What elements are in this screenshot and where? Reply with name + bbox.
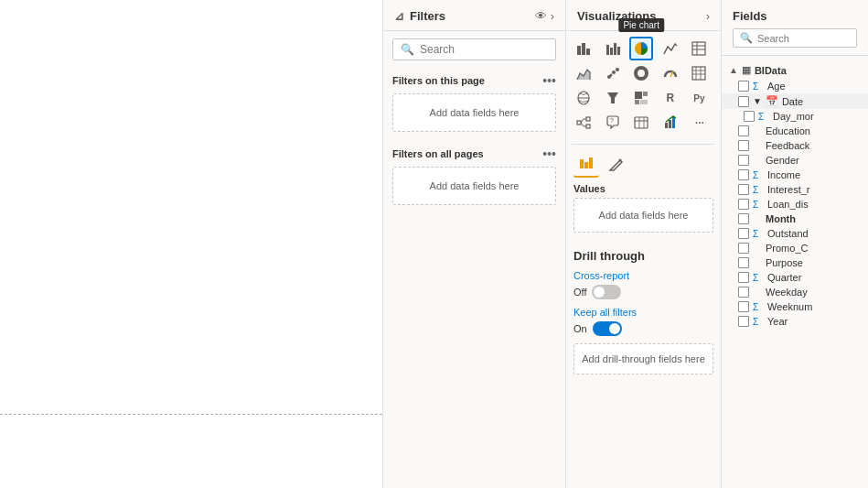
- filters-all-pages-drop[interactable]: Add data fields here: [392, 167, 556, 205]
- cross-report-label: Cross-report: [573, 270, 629, 281]
- drill-through-title: Drill through: [573, 249, 713, 263]
- viz-qa-btn[interactable]: ?: [601, 111, 625, 135]
- viz-gauge-btn[interactable]: [659, 61, 682, 85]
- viz-matrix-btn[interactable]: [687, 61, 711, 85]
- viz-clustered-bar-btn[interactable]: [601, 37, 625, 60]
- viz-donut-btn[interactable]: [629, 61, 653, 85]
- filters-search-input[interactable]: [420, 43, 548, 56]
- interest-checkbox[interactable]: [738, 184, 749, 195]
- drill-through-section: Drill through Cross-report Off Keep all …: [566, 242, 721, 378]
- list-item[interactable]: Σ Year: [722, 314, 868, 329]
- year-checkbox[interactable]: [738, 316, 749, 327]
- viz-pie-chart-btn[interactable]: Pie chart: [629, 37, 653, 60]
- viz-format-tab[interactable]: [603, 152, 628, 178]
- svg-rect-27: [643, 92, 648, 96]
- list-item[interactable]: Feedback: [722, 138, 868, 153]
- viz-map-btn[interactable]: [572, 86, 595, 110]
- date-label: Date: [782, 96, 803, 107]
- viz-treemap-btn[interactable]: [629, 86, 653, 110]
- viz-funnel-btn[interactable]: [601, 86, 625, 110]
- fields-collapse-icon: ▲: [729, 65, 738, 75]
- svg-rect-45: [580, 159, 584, 168]
- viz-py-btn[interactable]: Py: [687, 86, 711, 110]
- canvas-divider: [0, 414, 382, 415]
- list-item[interactable]: Σ Day_mor: [722, 109, 868, 124]
- fields-panel: Fields 🔍 ▲ ▦ BIData Σ Age: [722, 0, 868, 488]
- filters-header: ⊿ Filters 👁 ›: [383, 0, 565, 31]
- viz-area-chart-btn[interactable]: [572, 61, 595, 85]
- svg-point-15: [609, 74, 612, 77]
- svg-text:?: ?: [610, 117, 614, 124]
- svg-rect-38: [635, 117, 648, 128]
- loan-label: Loan_dis: [767, 199, 809, 210]
- list-item[interactable]: Σ Age: [722, 79, 868, 93]
- promo-checkbox[interactable]: [738, 243, 749, 254]
- cross-report-toggle[interactable]: [592, 285, 621, 299]
- filters-title: Filters: [410, 9, 445, 23]
- filter-funnel-icon: ⊿: [394, 9, 404, 23]
- viz-r-btn[interactable]: R: [659, 86, 682, 110]
- outstand-checkbox[interactable]: [738, 228, 749, 239]
- viz-table2-btn[interactable]: [629, 111, 653, 135]
- weekday-checkbox[interactable]: [738, 287, 749, 298]
- viz-build-section: Values Add data fields here: [566, 148, 721, 242]
- viz-more-btn[interactable]: ···: [687, 111, 711, 135]
- viz-table-btn[interactable]: [687, 37, 711, 60]
- list-item[interactable]: Σ Weeknum: [722, 299, 868, 314]
- list-item[interactable]: Education: [722, 124, 868, 138]
- date-checkbox[interactable]: [738, 96, 749, 107]
- svg-rect-43: [669, 120, 671, 128]
- drill-drop-zone[interactable]: Add drill-through fields here: [573, 343, 713, 374]
- education-checkbox[interactable]: [738, 125, 749, 136]
- svg-rect-29: [640, 100, 648, 104]
- list-item[interactable]: Σ Interest_r: [722, 182, 868, 197]
- year-label: Year: [767, 316, 788, 327]
- fields-table-header[interactable]: ▲ ▦ BIData: [722, 61, 868, 79]
- purpose-label: Purpose: [753, 257, 803, 268]
- purpose-checkbox[interactable]: [738, 257, 749, 268]
- feedback-checkbox[interactable]: [738, 140, 749, 151]
- forward-icon[interactable]: ›: [551, 9, 554, 23]
- list-item[interactable]: Σ Outstand: [722, 226, 868, 241]
- gender-checkbox[interactable]: [738, 155, 749, 166]
- list-item[interactable]: Σ Income: [722, 168, 868, 182]
- viz-kpi-btn[interactable]: [659, 111, 682, 135]
- values-drop-zone[interactable]: Add data fields here: [573, 198, 713, 233]
- loan-checkbox[interactable]: [738, 199, 749, 210]
- list-item[interactable]: Promo_C: [722, 241, 868, 255]
- filters-panel: ⊿ Filters 👁 › 🔍 Filters on this page •••…: [383, 0, 566, 488]
- weeknum-sigma-icon: Σ: [753, 302, 764, 312]
- income-checkbox[interactable]: [738, 169, 749, 180]
- eye-icon[interactable]: 👁: [535, 9, 547, 23]
- svg-rect-46: [584, 162, 588, 168]
- daymor-checkbox[interactable]: [744, 111, 755, 122]
- fields-search-box[interactable]: 🔍: [733, 28, 857, 48]
- list-item[interactable]: Σ Loan_dis: [722, 197, 868, 211]
- list-item[interactable]: Σ Quarter: [722, 270, 868, 285]
- quarter-checkbox[interactable]: [738, 272, 749, 283]
- list-item[interactable]: Month: [722, 211, 868, 226]
- month-checkbox[interactable]: [738, 213, 749, 224]
- age-label: Age: [767, 81, 786, 92]
- viz-expand-icon[interactable]: ›: [706, 9, 710, 23]
- age-checkbox[interactable]: [738, 81, 749, 92]
- filters-all-pages-menu[interactable]: •••: [542, 146, 556, 161]
- list-item[interactable]: ▼ 📅 Date: [722, 93, 868, 109]
- list-item[interactable]: Gender: [722, 153, 868, 168]
- filters-search-box[interactable]: 🔍: [392, 38, 556, 60]
- filters-this-page-header: Filters on this page •••: [392, 73, 556, 88]
- viz-scatter-btn[interactable]: [601, 61, 625, 85]
- list-item[interactable]: Weekday: [722, 285, 868, 299]
- daymor-label: Day_mor: [773, 111, 814, 122]
- viz-line-chart-btn[interactable]: [659, 37, 682, 60]
- list-item[interactable]: Purpose: [722, 255, 868, 270]
- filters-this-page-menu[interactable]: •••: [542, 73, 556, 88]
- filters-this-page-drop[interactable]: Add data fields here: [392, 93, 556, 132]
- viz-decomp-btn[interactable]: [572, 111, 595, 135]
- weeknum-checkbox[interactable]: [738, 301, 749, 312]
- viz-build-tab[interactable]: [573, 152, 599, 178]
- viz-bar-chart-btn[interactable]: [572, 37, 595, 60]
- outstand-sigma-icon: Σ: [753, 229, 764, 239]
- keep-filters-toggle[interactable]: [593, 321, 622, 336]
- fields-search-input[interactable]: [757, 33, 850, 44]
